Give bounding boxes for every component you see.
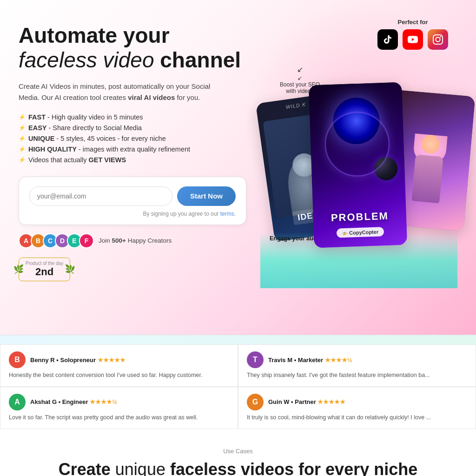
hero-section: Automate your faceless video channel Cre… [0,0,476,335]
pod-label: Product of the day [26,261,63,266]
review-header: A Akshat G • Engineer ★★★★½ [9,394,229,410]
use-cases-headline: Create unique faceless videos for every … [9,459,467,476]
headline-line1: Automate your [19,23,170,47]
stars: ★★★★½ [325,357,352,364]
hero-description: Create AI Videos in minutes, post automa… [19,81,214,103]
social-proof: A B C D E F Join 500+ Happy Creators [19,233,260,248]
review-card-3: G Guin W • Partner ★★★★★ It truly is so … [238,387,476,429]
social-proof-text: Join 500+ Happy Creators [99,237,172,244]
feature-views: Videos that actually GET VIEWS [19,156,260,164]
headline-bold: channel [154,48,241,72]
feature-quality: HIGH QUALITY - images with extra quality… [19,145,260,153]
review-card-1: T Travis M • Marketer ★★★★½ They ship in… [238,344,476,387]
review-text: It truly is so cool, mind-blowing what i… [247,413,467,422]
feature-unique: UNIQUE - 5 styles, 45 voices - for every… [19,135,260,142]
feature-easy: EASY - Share directly to Social Media [19,124,260,132]
video-cards-area: ↙ Boost your SEO with videos WILD K [260,46,457,288]
review-text: They ship insanely fast. I've got the fa… [247,371,467,380]
feature-fast: FAST - High quality video in 5 minutes [19,113,260,121]
reviews-section: B Benny R • Solopreneur ★★★★★ Honestly t… [0,335,476,429]
perfect-for-label: Perfect for [377,19,448,26]
perfect-for: Perfect for [377,19,448,50]
hero-headline: Automate your faceless video channel [19,23,260,73]
reviewer-info: Akshat G • Engineer ★★★★½ [30,398,229,405]
use-cases-label: Use Cases [9,448,467,455]
review-header: G Guin W • Partner ★★★★★ [247,394,467,410]
review-text: Love it so far. The script was pretty go… [9,413,229,422]
reviewer-name: Benny R • Solopreneur ★★★★★ [30,357,229,364]
headline-light: faceless video [19,48,154,72]
hero-left-column: Automate your faceless video channel Cre… [19,19,260,288]
copycopter-badge: 🚁 CopyCopter [337,227,384,238]
reviewer-avatar: A [9,394,26,410]
use-cases-section: Use Cases Create unique faceless videos … [0,429,476,476]
hero-right-column: Perfect for [260,19,457,288]
reviewer-name: Travis M • Marketer ★★★★½ [268,357,467,364]
reviewer-info: Benny R • Solopreneur ★★★★★ [30,357,229,364]
avatar-group: A B C D E F [19,233,94,248]
review-card-0: B Benny R • Solopreneur ★★★★★ Honestly t… [0,344,238,387]
review-text: Honestly the best content conversion too… [9,371,229,380]
email-form-container: Start Now By signing up you agree to our… [19,177,246,225]
start-now-button[interactable]: Start Now [177,186,236,206]
product-of-day-badge: Product of the day 2nd [19,258,70,281]
email-input[interactable] [29,186,172,206]
stars: ★★★★★ [98,357,126,364]
video-card-center: PROBLEM 🚁 CopyCopter [309,82,407,248]
reviewer-info: Guin W • Partner ★★★★★ [268,398,467,405]
reviewer-avatar: G [247,394,264,410]
terms-link[interactable]: terms. [220,211,236,217]
card-center-label: PROBLEM [331,210,389,224]
reviewer-name: Akshat G • Engineer ★★★★½ [30,398,229,405]
review-header: T Travis M • Marketer ★★★★½ [247,351,467,368]
stars: ★★★★★ [317,398,345,405]
review-header: B Benny R • Solopreneur ★★★★★ [9,351,229,368]
form-terms: By signing up you agree to our terms. [29,211,236,217]
reviews-grid: B Benny R • Solopreneur ★★★★★ Honestly t… [0,344,476,429]
stars: ★★★★½ [90,398,117,405]
features-list: FAST - High quality video in 5 minutes E… [19,113,260,164]
reviewer-avatar: B [9,351,26,368]
email-form-row: Start Now [29,186,236,206]
reviewer-name: Guin W • Partner ★★★★★ [268,398,467,405]
reviewer-avatar: T [247,351,264,368]
pod-rank: 2nd [35,266,53,278]
reviewer-info: Travis M • Marketer ★★★★½ [268,357,467,364]
avatar: F [79,233,94,248]
review-card-2: A Akshat G • Engineer ★★★★½ Love it so f… [0,387,238,429]
